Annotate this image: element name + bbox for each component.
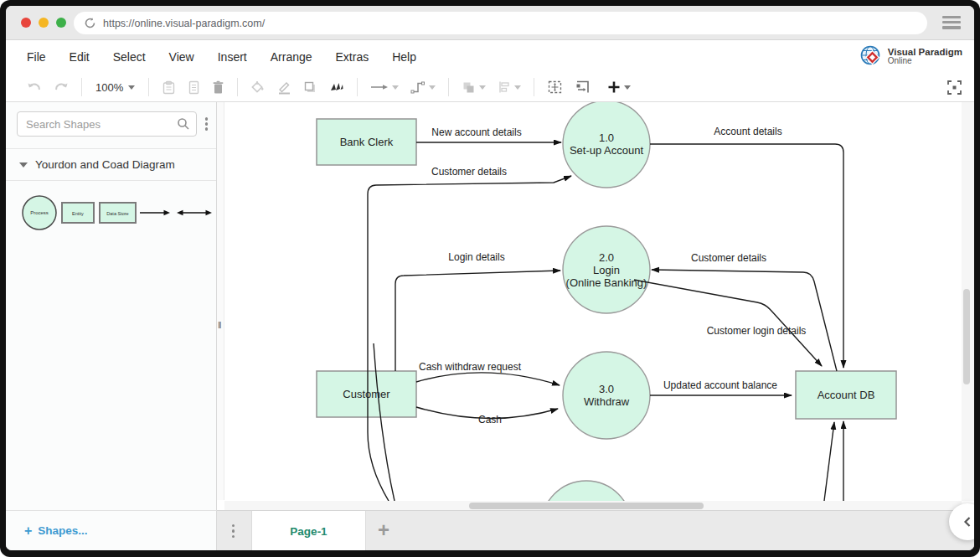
flow-customer-details-to-setup[interactable]	[368, 176, 571, 501]
line-color-icon	[277, 80, 291, 95]
tab-page-1-label: Page-1	[290, 525, 327, 538]
node-process-partial[interactable]	[541, 481, 632, 501]
panel-options-icon[interactable]	[202, 116, 211, 132]
flow-customer-login-details[interactable]	[634, 280, 822, 366]
undo-button[interactable]	[21, 77, 48, 97]
window-controls	[21, 18, 66, 28]
chevron-down-icon	[624, 85, 631, 90]
add-page-button[interactable]: +	[378, 519, 389, 541]
process-number: 2.0	[599, 251, 614, 264]
menu-file[interactable]: File	[27, 50, 46, 64]
panel-resize-handle[interactable]: ‖	[218, 320, 222, 330]
copy-button[interactable]	[156, 77, 182, 98]
shadow-button[interactable]	[297, 77, 323, 97]
panel-toggle-button[interactable]	[949, 503, 974, 540]
flow-label: Customer details	[691, 252, 766, 264]
flow-login-details[interactable]	[395, 271, 560, 371]
menu-select[interactable]: Select	[113, 50, 146, 64]
minimize-window-button[interactable]	[39, 18, 49, 28]
palette-entity-shape[interactable]: Entity	[62, 203, 94, 223]
fit-page-width-button[interactable]	[569, 76, 596, 98]
diagram-canvas[interactable]: Bank Clerk Customer Account DB 1.0 Set-u…	[224, 102, 962, 501]
logo-sub: Online	[888, 57, 962, 66]
palette-data-store-shape[interactable]: Data Store	[100, 203, 136, 223]
vertical-scrollbar[interactable]	[962, 102, 974, 501]
url-text: https://online.visual-paradigm.com/	[103, 18, 265, 29]
delete-button[interactable]	[206, 77, 230, 98]
format-painter-button[interactable]	[323, 77, 350, 97]
panel-resize-gutter[interactable]: ‖	[217, 102, 224, 500]
flow-customer-details-to-login[interactable]	[652, 270, 837, 371]
fill-color-button[interactable]	[245, 77, 271, 98]
menu-edit[interactable]: Edit	[70, 50, 90, 64]
palette-arrow-shape[interactable]	[140, 210, 170, 215]
search-shapes-input[interactable]	[17, 111, 197, 137]
menu-arrange[interactable]: Arrange	[271, 50, 312, 64]
bring-forward-icon	[462, 80, 476, 94]
horizontal-scrollbar-thumb[interactable]	[469, 503, 704, 509]
process-name: Withdraw	[584, 395, 630, 408]
node-bank-clerk[interactable]: Bank Clerk	[317, 119, 416, 165]
menu-extras[interactable]: Extras	[336, 50, 369, 64]
chevron-left-icon	[962, 516, 972, 528]
browser-window: https://online.visual-paradigm.com/ File…	[6, 6, 974, 550]
search-icon[interactable]	[177, 117, 190, 131]
flow-into-account-db-bottom-1[interactable]	[824, 422, 834, 501]
menu-help[interactable]: Help	[392, 50, 416, 64]
stencil-section-header[interactable]: Yourdon and Coad Diagram	[6, 148, 216, 181]
page-list-icon[interactable]	[229, 521, 238, 541]
close-window-button[interactable]	[21, 18, 31, 28]
logo-globe-icon	[859, 44, 884, 69]
address-bar[interactable]: https://online.visual-paradigm.com/	[74, 12, 927, 34]
undo-icon	[27, 80, 42, 94]
flow-label: Cash	[478, 414, 502, 425]
redo-icon	[54, 80, 69, 94]
node-process-login[interactable]: 2.0 Login (Online Banking)	[563, 226, 650, 313]
reload-icon[interactable]	[84, 17, 96, 29]
fullscreen-icon	[946, 80, 962, 95]
paste-button[interactable]	[182, 77, 206, 98]
page-tab-bar: Page-1 +	[217, 510, 974, 550]
paste-icon	[188, 80, 200, 95]
node-customer[interactable]: Customer	[317, 371, 416, 417]
menu-insert[interactable]: Insert	[218, 50, 247, 64]
add-shape-button[interactable]	[601, 77, 637, 97]
vertical-scrollbar-thumb[interactable]	[963, 289, 970, 384]
chevron-down-icon	[514, 85, 521, 90]
process-name-2: (Online Banking)	[566, 276, 647, 289]
flow-cash-withdraw-request[interactable]	[416, 373, 560, 385]
more-shapes-label: Shapes...	[38, 524, 87, 537]
palette-double-arrow-shape[interactable]	[177, 210, 212, 215]
stencil-section-title: Yourdon and Coad Diagram	[35, 158, 175, 171]
flow-label: Updated account balance	[663, 379, 777, 391]
ordering-button[interactable]	[456, 77, 492, 97]
process-number: 1.0	[599, 132, 614, 144]
line-color-button[interactable]	[271, 77, 297, 98]
straight-connector-icon	[370, 81, 389, 93]
align-button[interactable]	[492, 77, 527, 97]
chevron-down-icon	[128, 85, 135, 90]
flow-label: Login details	[448, 251, 504, 263]
zoom-level-select[interactable]: 100%	[89, 78, 142, 97]
trash-icon	[212, 80, 224, 95]
shadow-icon	[303, 80, 317, 94]
maximize-window-button[interactable]	[56, 18, 66, 28]
node-process-setup-account[interactable]: 1.0 Set-up Account	[563, 102, 650, 188]
connectors	[368, 142, 843, 501]
fullscreen-button[interactable]	[946, 80, 962, 99]
tab-page-1[interactable]: Page-1	[251, 511, 366, 550]
flow-label: Customer details	[431, 166, 507, 178]
process-name: Set-up Account	[570, 144, 644, 157]
node-process-withdraw[interactable]: 3.0 Withdraw	[563, 352, 650, 439]
browser-menu-icon[interactable]	[942, 16, 961, 29]
palette-process-shape[interactable]: Process	[23, 196, 56, 230]
node-customer-label: Customer	[343, 388, 390, 400]
connector-routing-button[interactable]	[405, 77, 441, 97]
redo-button[interactable]	[48, 77, 75, 97]
more-shapes-button[interactable]: + Shapes...	[6, 510, 217, 550]
fit-to-selection-button[interactable]	[541, 76, 569, 98]
fill-color-icon	[250, 80, 266, 95]
connector-style-button[interactable]	[364, 78, 405, 96]
node-account-db[interactable]: Account DB	[796, 371, 896, 419]
menu-view[interactable]: View	[169, 50, 194, 64]
